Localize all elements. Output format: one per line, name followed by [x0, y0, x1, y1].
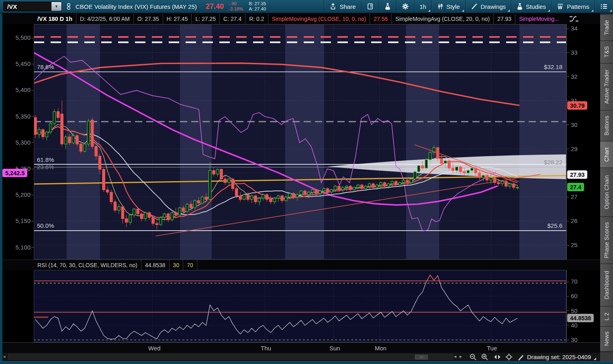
comparison-tick-label: 5,400 — [15, 86, 31, 93]
chart-scrollbar-handle[interactable] — [415, 355, 428, 360]
axis-tick — [567, 52, 569, 53]
notes-button[interactable] — [361, 0, 379, 13]
sidebar-tab-trade[interactable]: Trade — [600, 15, 613, 41]
time-axis-label: Wed — [148, 345, 161, 352]
window-left-border — [0, 13, 2, 361]
comparison-tick-label: 5,500 — [15, 34, 31, 41]
price-level-256-label: $25.6 — [518, 222, 562, 229]
bar-open: O: 27.35 — [134, 13, 163, 24]
rsi-right-axis: 7060504030 — [566, 270, 601, 342]
rsi-tick-label: 40 — [571, 322, 578, 329]
chart-scroll-statusbar: ◂ ◂▸ Drawing set: 2025-0409 — [2, 353, 600, 361]
price-tick-label: 25 — [571, 241, 578, 248]
price-tick-label: 34 — [571, 25, 578, 32]
rsi-study-header: RSI (14, 70, 30, CLOSE, WILDERS, no) 44.… — [0, 260, 613, 270]
axis-tick — [567, 149, 569, 149]
rsi-label[interactable]: RSI (14, 70, 30, CLOSE, WILDERS, no) — [34, 260, 141, 270]
scroll-left-arrow[interactable]: ◂ — [3, 354, 6, 359]
price-badge-sma20: 27.93 — [567, 170, 587, 179]
chart-title: /VX 180 D 1h — [34, 13, 76, 24]
sma3-label[interactable]: SimpleMoving... — [515, 13, 563, 24]
axis-tick — [567, 282, 569, 282]
price-chart-canvas[interactable] — [34, 24, 566, 260]
symbol-text: /VX — [4, 3, 51, 10]
note-icon — [367, 3, 374, 10]
price-badge-sma180: 30.79 — [567, 101, 587, 110]
chart-menu-button[interactable] — [595, 0, 613, 13]
axis-tick — [567, 125, 569, 125]
chart-style-icon — [437, 3, 443, 10]
style-button[interactable]: Style — [431, 0, 465, 13]
symbol-link-icon[interactable] — [66, 3, 72, 10]
right-sidebar: TradeT&SActive TraderButtonsChartOption … — [600, 13, 613, 353]
price-tick-label: 26 — [571, 217, 578, 224]
sidebar-tab-phase-scores[interactable]: Phase Scores — [600, 217, 613, 264]
drawings-button[interactable]: Drawings — [465, 0, 511, 13]
sma10-label[interactable]: SimpleMovingAvg (CLOSE, 10, 0, no) — [268, 13, 370, 24]
drawing-set-label[interactable]: Drawing set: 2025-0409 — [527, 354, 591, 360]
fib-786-label: 78.6% — [37, 63, 54, 70]
studies-flask-icon — [517, 3, 523, 10]
svg-text:W: W — [558, 5, 563, 10]
drawing-set-dropdown-corner[interactable] — [594, 358, 596, 360]
axis-tick — [567, 29, 569, 29]
studies-visibility-icon[interactable] — [569, 14, 579, 25]
sma20-label[interactable]: SimpleMovingAvg (CLOSE, 20, 0, no) — [392, 13, 494, 24]
price-tick-label: 27 — [571, 193, 578, 200]
bar-low: L: 27.25 — [192, 13, 220, 24]
bar-high: H: 27.45 — [163, 13, 192, 24]
time-axis-label: Mon — [375, 345, 386, 352]
sidebar-tab-l-2[interactable]: L 2 — [600, 307, 613, 327]
axis-tick — [567, 100, 569, 101]
price-tick-label: 32 — [571, 73, 578, 80]
comparison-tick-label: 5,100 — [15, 244, 31, 251]
sidebar-tab-active-trader[interactable]: Active Trader — [600, 63, 613, 110]
rsi-oversold: 30 — [170, 260, 184, 270]
studies-button[interactable]: Studies — [511, 0, 551, 13]
axis-tick — [567, 197, 569, 197]
sidebar-tab-dashboard[interactable]: Dashboard — [600, 264, 613, 307]
last-price: 27.40 — [206, 2, 224, 11]
rsi-tick-label: 50 — [571, 307, 578, 314]
pencil-icon — [471, 3, 478, 10]
price-level-2822-label: $28.22 — [518, 159, 562, 166]
thinkorswim-chart-window: /VX ▼ CBOE Volatility Index (VIX) Future… — [0, 0, 613, 364]
symbol-combobox[interactable]: /VX ▼ — [3, 2, 62, 11]
patterns-button[interactable]: W Patterns — [551, 0, 595, 13]
settings-button[interactable] — [396, 0, 414, 13]
rsi-value: 44.8538 — [141, 260, 170, 270]
test-flask-button[interactable] — [379, 0, 396, 13]
time-axis: WedThuSunMonTue — [0, 342, 613, 353]
pan-arrows[interactable]: ◂▸ — [454, 354, 465, 359]
list-icon — [600, 3, 608, 10]
share-button[interactable]: Share — [324, 0, 361, 13]
price-tick-label: 29 — [571, 145, 578, 152]
axis-tick — [567, 296, 569, 297]
axis-tick — [567, 340, 569, 340]
axis-tick — [567, 221, 569, 221]
fib-236-label: 23.6% — [37, 164, 54, 170]
sma10-value: 27.56 — [370, 13, 392, 24]
comparison-price-badge: 5,242.5 — [2, 169, 27, 177]
bar-date: D: 4/22/25, 6:00 AM — [76, 13, 134, 24]
comparison-tick-label: 5,200 — [15, 191, 31, 198]
sidebar-tab-option-chain[interactable]: Option Chain — [600, 168, 613, 217]
price-change: -.90-3.18% — [229, 1, 243, 12]
timeframe-button[interactable]: 1h — [414, 0, 432, 13]
sidebar-tab-news[interactable]: News — [600, 327, 613, 352]
sidebar-tab-chart[interactable]: Chart — [600, 141, 613, 168]
symbol-dropdown-button[interactable]: ▼ — [51, 2, 61, 11]
price-level-3218-label: $32.18 — [518, 63, 562, 70]
rsi-chart-canvas[interactable] — [34, 270, 566, 342]
chart-scrollbar-track[interactable] — [8, 354, 453, 360]
left-price-axis[interactable]: 5,5005,4505,4005,3505,3005,2505,2005,150… — [0, 24, 34, 260]
sidebar-tab-buttons[interactable]: Buttons — [600, 110, 613, 141]
flask-icon — [384, 3, 391, 10]
sidebar-tab-t-s[interactable]: T&S — [600, 41, 613, 63]
right-price-axis[interactable]: 34333231302928272625 — [566, 24, 601, 260]
rsi-value-badge: 44.8538 — [567, 314, 594, 322]
price-tick-label: 33 — [571, 49, 578, 56]
comparison-tick-label: 5,150 — [15, 217, 31, 224]
top-toolbar: /VX ▼ CBOE Volatility Index (VIX) Future… — [0, 0, 613, 13]
axis-tick — [567, 311, 569, 311]
